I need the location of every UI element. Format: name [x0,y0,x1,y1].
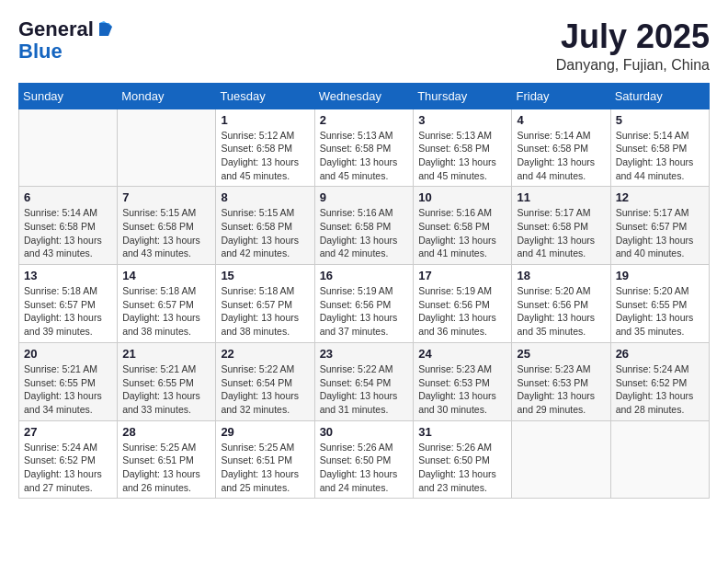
day-info: Sunrise: 5:14 AM Sunset: 6:58 PM Dayligh… [616,129,704,183]
day-info: Sunrise: 5:22 AM Sunset: 6:54 PM Dayligh… [320,362,409,417]
calendar-cell: 28Sunrise: 5:25 AM Sunset: 6:51 PM Dayli… [118,420,216,499]
calendar-cell [19,109,118,187]
calendar-cell: 20Sunrise: 5:21 AM Sunset: 6:55 PM Dayli… [19,342,118,420]
calendar-header-row: SundayMondayTuesdayWednesdayThursdayFrid… [19,83,710,109]
day-number: 20 [24,347,112,361]
calendar-cell: 11Sunrise: 5:17 AM Sunset: 6:58 PM Dayli… [512,187,610,265]
day-info: Sunrise: 5:19 AM Sunset: 6:56 PM Dayligh… [418,284,506,339]
location: Danyang, Fujian, China [556,57,710,74]
day-number: 12 [616,190,704,204]
day-info: Sunrise: 5:20 AM Sunset: 6:55 PM Dayligh… [616,284,704,339]
calendar-cell: 16Sunrise: 5:19 AM Sunset: 6:56 PM Dayli… [314,265,414,343]
calendar-cell: 17Sunrise: 5:19 AM Sunset: 6:56 PM Dayli… [414,265,512,343]
calendar-cell: 7Sunrise: 5:15 AM Sunset: 6:58 PM Daylig… [118,187,216,265]
col-header-thursday: Thursday [414,83,512,109]
calendar-cell: 30Sunrise: 5:26 AM Sunset: 6:50 PM Dayli… [314,420,414,499]
logo: General Blue [18,18,112,63]
day-info: Sunrise: 5:15 AM Sunset: 6:58 PM Dayligh… [122,206,210,260]
day-number: 3 [418,113,506,127]
day-number: 27 [24,425,112,439]
day-number: 31 [418,425,506,439]
day-info: Sunrise: 5:14 AM Sunset: 6:58 PM Dayligh… [24,206,112,260]
day-info: Sunrise: 5:23 AM Sunset: 6:53 PM Dayligh… [418,362,506,417]
day-number: 18 [517,269,605,282]
calendar-cell: 6Sunrise: 5:14 AM Sunset: 6:58 PM Daylig… [19,187,118,265]
calendar-cell: 2Sunrise: 5:13 AM Sunset: 6:58 PM Daylig… [314,109,414,187]
logo-icon [96,19,112,36]
col-header-monday: Monday [118,83,216,109]
day-number: 19 [616,269,704,282]
calendar-cell: 24Sunrise: 5:23 AM Sunset: 6:53 PM Dayli… [414,342,512,420]
page-header: General Blue July 2025 Danyang, Fujian, … [18,18,710,74]
day-number: 5 [616,113,704,127]
logo-general: General [18,18,94,40]
day-number: 14 [122,269,210,282]
calendar-cell: 31Sunrise: 5:26 AM Sunset: 6:50 PM Dayli… [414,420,512,499]
calendar-cell: 12Sunrise: 5:17 AM Sunset: 6:57 PM Dayli… [610,187,709,265]
title-block: July 2025 Danyang, Fujian, China [556,18,710,74]
day-info: Sunrise: 5:24 AM Sunset: 6:52 PM Dayligh… [24,441,112,495]
calendar-cell: 15Sunrise: 5:18 AM Sunset: 6:57 PM Dayli… [216,265,314,343]
day-info: Sunrise: 5:20 AM Sunset: 6:56 PM Dayligh… [517,284,605,339]
day-number: 15 [221,269,309,282]
day-info: Sunrise: 5:13 AM Sunset: 6:58 PM Dayligh… [418,129,506,183]
day-number: 2 [320,113,409,127]
logo-blue: Blue [18,40,63,63]
calendar-cell: 23Sunrise: 5:22 AM Sunset: 6:54 PM Dayli… [314,342,414,420]
day-info: Sunrise: 5:25 AM Sunset: 6:51 PM Dayligh… [221,441,309,495]
day-number: 29 [221,425,309,439]
calendar-table: SundayMondayTuesdayWednesdayThursdayFrid… [18,83,710,500]
day-number: 28 [122,425,210,439]
calendar-cell: 1Sunrise: 5:12 AM Sunset: 6:58 PM Daylig… [216,109,314,187]
day-number: 23 [320,347,409,361]
day-info: Sunrise: 5:15 AM Sunset: 6:58 PM Dayligh… [221,206,309,260]
day-number: 25 [517,347,605,361]
month-year: July 2025 [556,18,710,55]
day-info: Sunrise: 5:16 AM Sunset: 6:58 PM Dayligh… [320,206,409,260]
calendar-cell [512,420,610,499]
day-number: 11 [517,190,605,204]
calendar-cell: 4Sunrise: 5:14 AM Sunset: 6:58 PM Daylig… [512,109,610,187]
day-info: Sunrise: 5:26 AM Sunset: 6:50 PM Dayligh… [418,441,506,495]
day-number: 7 [122,190,210,204]
day-number: 8 [221,190,309,204]
calendar-cell: 21Sunrise: 5:21 AM Sunset: 6:55 PM Dayli… [118,342,216,420]
week-row-4: 20Sunrise: 5:21 AM Sunset: 6:55 PM Dayli… [19,342,710,420]
calendar-cell: 22Sunrise: 5:22 AM Sunset: 6:54 PM Dayli… [216,342,314,420]
col-header-tuesday: Tuesday [216,83,314,109]
day-number: 22 [221,347,309,361]
day-number: 21 [122,347,210,361]
col-header-wednesday: Wednesday [314,83,414,109]
calendar-cell [610,420,709,499]
calendar-cell: 13Sunrise: 5:18 AM Sunset: 6:57 PM Dayli… [19,265,118,343]
calendar-cell: 27Sunrise: 5:24 AM Sunset: 6:52 PM Dayli… [19,420,118,499]
week-row-3: 13Sunrise: 5:18 AM Sunset: 6:57 PM Dayli… [19,265,710,343]
day-info: Sunrise: 5:17 AM Sunset: 6:58 PM Dayligh… [517,206,605,260]
calendar-cell: 3Sunrise: 5:13 AM Sunset: 6:58 PM Daylig… [414,109,512,187]
day-info: Sunrise: 5:18 AM Sunset: 6:57 PM Dayligh… [221,284,309,339]
calendar-cell: 18Sunrise: 5:20 AM Sunset: 6:56 PM Dayli… [512,265,610,343]
day-info: Sunrise: 5:16 AM Sunset: 6:58 PM Dayligh… [418,206,506,260]
day-info: Sunrise: 5:18 AM Sunset: 6:57 PM Dayligh… [24,284,112,339]
day-info: Sunrise: 5:21 AM Sunset: 6:55 PM Dayligh… [24,362,112,417]
day-number: 26 [616,347,704,361]
calendar-cell: 9Sunrise: 5:16 AM Sunset: 6:58 PM Daylig… [314,187,414,265]
day-number: 13 [24,269,112,282]
col-header-friday: Friday [512,83,610,109]
day-number: 1 [221,113,309,127]
col-header-sunday: Sunday [19,83,118,109]
day-info: Sunrise: 5:12 AM Sunset: 6:58 PM Dayligh… [221,129,309,183]
day-info: Sunrise: 5:25 AM Sunset: 6:51 PM Dayligh… [122,441,210,495]
calendar-cell: 14Sunrise: 5:18 AM Sunset: 6:57 PM Dayli… [118,265,216,343]
week-row-5: 27Sunrise: 5:24 AM Sunset: 6:52 PM Dayli… [19,420,710,499]
calendar-cell [118,109,216,187]
calendar-cell: 5Sunrise: 5:14 AM Sunset: 6:58 PM Daylig… [610,109,709,187]
day-number: 10 [418,190,506,204]
day-number: 24 [418,347,506,361]
day-number: 17 [418,269,506,282]
day-info: Sunrise: 5:18 AM Sunset: 6:57 PM Dayligh… [122,284,210,339]
calendar-cell: 8Sunrise: 5:15 AM Sunset: 6:58 PM Daylig… [216,187,314,265]
calendar-cell: 29Sunrise: 5:25 AM Sunset: 6:51 PM Dayli… [216,420,314,499]
week-row-1: 1Sunrise: 5:12 AM Sunset: 6:58 PM Daylig… [19,109,710,187]
week-row-2: 6Sunrise: 5:14 AM Sunset: 6:58 PM Daylig… [19,187,710,265]
